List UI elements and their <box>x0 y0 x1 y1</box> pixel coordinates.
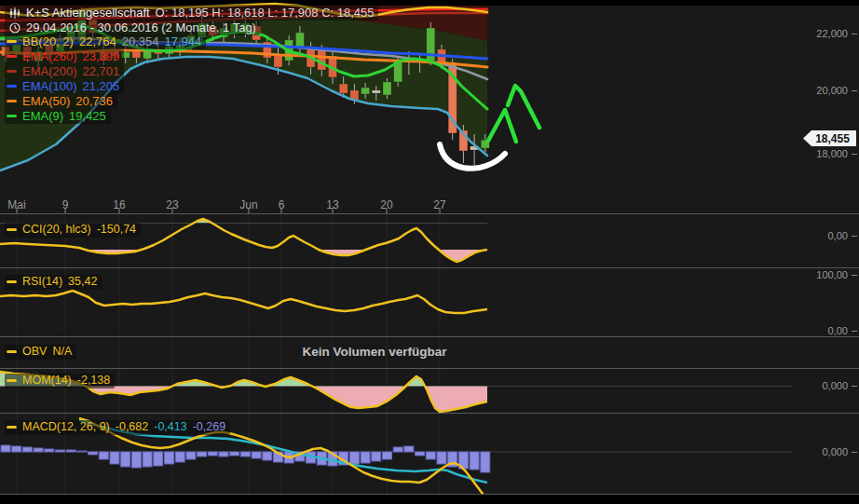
legend-value: 22,764 <box>79 35 116 48</box>
date-tick-label: Jun <box>239 198 257 211</box>
legend-value: 19,425 <box>69 110 106 122</box>
axis-label: 18,000 <box>816 148 857 159</box>
panel-value: -0,413 <box>154 421 186 433</box>
panel-value: N/A <box>52 346 72 358</box>
axis-label: 20,000 <box>816 85 857 96</box>
cci-line-swatch <box>7 228 17 231</box>
ohlc-readout: O: 18,195 H: 18,618 L: 17,908 C: 18,455 <box>156 7 375 19</box>
instrument-title: K+S Aktiengesellschaft <box>26 7 150 19</box>
legend-label: EMA(9) <box>22 110 63 122</box>
axis-tick <box>852 386 857 387</box>
panel-label-obv[interactable]: OBV N/A <box>5 345 76 360</box>
panel-value: 35,42 <box>68 276 97 288</box>
axis-label: 22,000 <box>816 28 857 39</box>
legend-item-ema50[interactable]: EMA(50) 20,736 <box>5 94 117 109</box>
legend-label: BB(20, 2) <box>22 35 74 48</box>
panel-label-mom[interactable]: MOM(14) -2,138 <box>5 374 115 388</box>
axis-tick <box>852 275 857 276</box>
ema200-line-swatch <box>7 70 17 73</box>
date-tick-label: 20 <box>380 198 392 211</box>
axis-label: 0,000 <box>822 446 857 457</box>
mom-line-swatch <box>7 379 17 382</box>
rsi-line-swatch <box>7 280 17 283</box>
date-tick-label: 23 <box>166 198 178 211</box>
axis-tick <box>852 154 857 155</box>
panel-label: CCI(20, hlc3) <box>22 224 91 236</box>
ema50-line-swatch <box>7 100 17 102</box>
date-range-row: 29.04.2016 - 30.06.2016 (2 Monate, 1 Tag… <box>5 20 260 35</box>
legend-value: 22,701 <box>83 65 120 77</box>
last-price-tag: 18,455 <box>803 130 856 146</box>
date-tick-label: 9 <box>62 198 69 211</box>
panel-label-cci[interactable]: CCI(20, hlc3) -150,74 <box>5 223 141 238</box>
panel-value: -0,269 <box>193 421 225 433</box>
date-tick-label: 13 <box>326 198 338 211</box>
date-tick-label: Mai <box>7 198 25 211</box>
axis-label: 0,000 <box>822 380 857 391</box>
ema260-line-swatch <box>7 55 17 58</box>
panel-label-macd[interactable]: MACD(12, 26, 9) -0,682 -0,413 -0,269 <box>5 420 230 435</box>
legend-item-bb[interactable]: BB(20, 2) 22,764 20,354 17,944 <box>5 34 206 49</box>
ema9-line-swatch <box>7 115 17 117</box>
ema100-line-swatch <box>7 85 17 88</box>
legend-label: EMA(200) <box>22 65 77 77</box>
legend-item-ema260[interactable]: EMA(260) 23,399 <box>5 49 124 64</box>
legend-value: 20,736 <box>75 95 113 107</box>
panel-label: RSI(14) <box>22 276 62 288</box>
legend-label: EMA(100) <box>22 80 77 92</box>
axis-tick <box>852 90 857 91</box>
last-price-value: 18,455 <box>815 133 850 144</box>
axis-label: 0,00 <box>828 325 857 336</box>
candlestick-icon <box>8 7 20 19</box>
panel-value: -0,682 <box>116 421 148 433</box>
date-tick-label: 6 <box>279 198 285 211</box>
panel-label: MOM(14) <box>22 375 72 387</box>
date-tick-label: 27 <box>433 198 445 211</box>
date-tick-label: 16 <box>113 198 125 211</box>
axis-label: 100,00 <box>816 269 857 280</box>
obv-line-swatch <box>7 350 17 353</box>
legend-item-ema9[interactable]: EMA(9) 19,425 <box>5 109 111 124</box>
axis-tick <box>852 452 857 453</box>
panel-value: -2,138 <box>77 375 110 387</box>
axis-tick <box>852 236 857 237</box>
trading-chart-window: K+S Aktiengesellschaft O: 18,195 H: 18,6… <box>0 0 859 504</box>
legend-value: 20,354 <box>122 35 159 48</box>
axis-label: 0,00 <box>828 230 857 241</box>
axis-tick <box>852 331 857 332</box>
legend-value: 23,399 <box>83 50 120 62</box>
panel-value: -150,74 <box>97 224 136 236</box>
panel-label: OBV <box>22 346 47 358</box>
panel-label: MACD(12, 26, 9) <box>22 421 110 433</box>
legend-label: EMA(50) <box>22 95 70 107</box>
legend-value: 17,944 <box>164 35 201 48</box>
legend-value: 21,205 <box>83 80 120 92</box>
no-volume-message: Kein Volumen verfügbar <box>302 346 446 359</box>
date-range-label: 29.04.2016 - 30.06.2016 (2 Monate, 1 Tag… <box>26 21 256 34</box>
legend-label: EMA(260) <box>22 50 77 62</box>
legend-item-ema100[interactable]: EMA(100) 21,205 <box>5 79 124 94</box>
bb-line-swatch <box>7 40 17 43</box>
axis-tick <box>852 34 857 34</box>
legend-item-ema200[interactable]: EMA(200) 22,701 <box>5 64 124 79</box>
macd-line-swatch <box>7 426 17 429</box>
clock-icon <box>8 21 20 34</box>
instrument-header: K+S Aktiengesellschaft O: 18,195 H: 18,6… <box>5 5 378 20</box>
panel-label-rsi[interactable]: RSI(14) 35,42 <box>5 275 102 290</box>
